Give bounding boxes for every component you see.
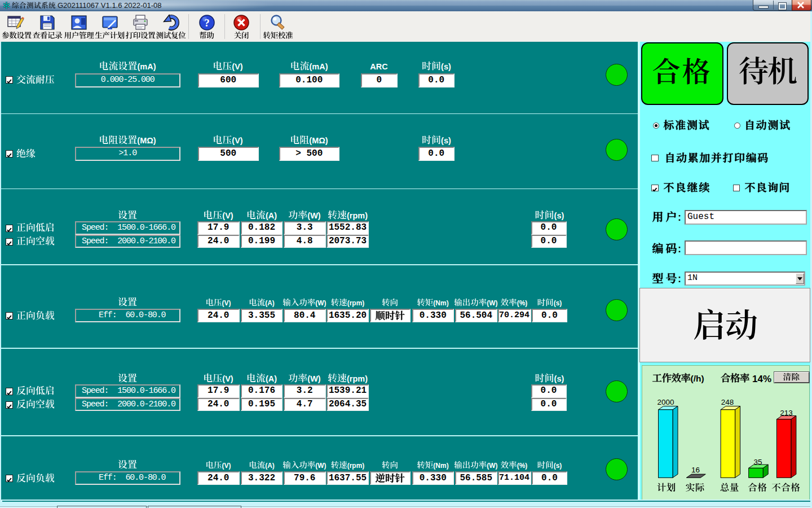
svg-text:?: ? xyxy=(204,17,210,29)
